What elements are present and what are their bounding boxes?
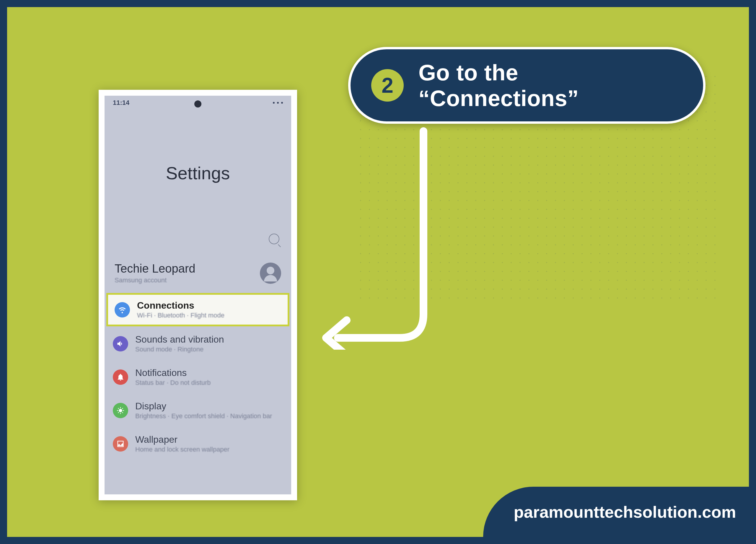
wallpaper-icon xyxy=(113,436,128,452)
callout-text: Go to the “Connections” xyxy=(418,60,682,111)
setting-subtitle: Home and lock screen wallpaper xyxy=(135,446,229,453)
notif-icon xyxy=(113,369,128,385)
wifi-icon xyxy=(115,302,130,317)
phone-screen: 11:14 Settings Techie Leopard Samsung ac… xyxy=(105,96,291,494)
account-subtitle: Samsung account xyxy=(115,276,195,284)
setting-title: Sounds and vibration xyxy=(135,334,224,345)
footer-url: paramounttechsolution.com xyxy=(514,502,736,522)
setting-subtitle: Brightness · Eye comfort shield · Naviga… xyxy=(135,412,272,420)
display-icon xyxy=(113,403,128,418)
account-name: Techie Leopard xyxy=(115,262,195,275)
svg-point-0 xyxy=(119,409,122,412)
search-icon[interactable] xyxy=(269,234,279,244)
setting-title: Notifications xyxy=(135,367,211,378)
setting-item-connections[interactable]: ConnectionsWi-Fi · Bluetooth · Flight mo… xyxy=(106,293,289,326)
status-time: 11:14 xyxy=(113,99,129,107)
step-number-badge: 2 xyxy=(371,69,404,102)
footer-corner: paramounttechsolution.com xyxy=(483,487,749,537)
setting-subtitle: Status bar · Do not disturb xyxy=(135,379,211,387)
sound-icon xyxy=(113,336,128,351)
account-row[interactable]: Techie Leopard Samsung account xyxy=(105,256,291,292)
setting-title: Display xyxy=(135,401,272,412)
setting-item-display[interactable]: DisplayBrightness · Eye comfort shield ·… xyxy=(105,394,291,427)
setting-title: Connections xyxy=(137,300,224,311)
setting-title: Wallpaper xyxy=(135,434,229,445)
setting-item-sounds-and-vibration[interactable]: Sounds and vibrationSound mode · Rington… xyxy=(105,327,291,360)
avatar[interactable] xyxy=(260,263,281,284)
setting-subtitle: Wi-Fi · Bluetooth · Flight mode xyxy=(137,312,224,319)
status-bar: 11:14 xyxy=(105,96,291,110)
settings-list: ConnectionsWi-Fi · Bluetooth · Flight mo… xyxy=(105,293,291,460)
setting-subtitle: Sound mode · Ringtone xyxy=(135,346,224,353)
step-callout: 2 Go to the “Connections” xyxy=(348,47,706,124)
front-camera-icon xyxy=(194,100,201,108)
page-title: Settings xyxy=(105,163,291,183)
setting-item-notifications[interactable]: NotificationsStatus bar · Do not disturb xyxy=(105,360,291,394)
slide-frame: 2 Go to the “Connections” 11:14 Settings… xyxy=(0,0,756,544)
setting-item-wallpaper[interactable]: WallpaperHome and lock screen wallpaper xyxy=(105,427,291,460)
phone-mockup: 11:14 Settings Techie Leopard Samsung ac… xyxy=(99,90,297,500)
